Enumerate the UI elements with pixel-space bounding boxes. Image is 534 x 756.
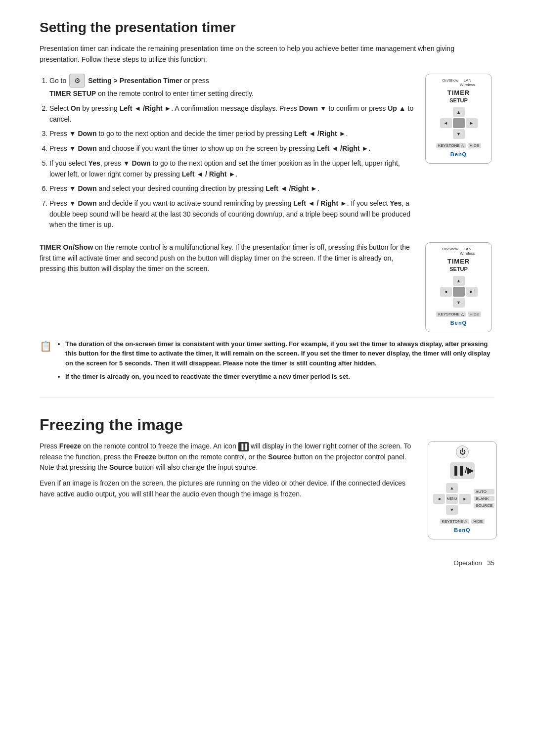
remote-bottom-row-2: KEYSTONE △ HIDE xyxy=(436,311,481,317)
freeze-remote-middle: ▲ ◄ MENU ► ▼ AUTO BLANK SOURCE xyxy=(433,483,494,515)
remote-bottom-row-1: KEYSTONE △ HIDE xyxy=(436,143,481,148)
fdpad-left: ◄ xyxy=(433,494,445,504)
remote-timer-label-2: TIMER xyxy=(447,258,470,265)
power-button: ⏻ xyxy=(456,445,469,458)
page-title: Setting the presentation timer xyxy=(40,20,494,36)
keystone-btn-3: KEYSTONE △ xyxy=(440,519,470,524)
fdpad-down: ▼ xyxy=(446,505,458,515)
dpad2-up: ▲ xyxy=(453,276,465,286)
remote-setup-label: SETUP xyxy=(449,97,468,103)
step-1: Go to ⚙ Setting > Presentation Timer or … xyxy=(49,74,415,99)
remote-power-row: ⏻ xyxy=(456,445,469,458)
note-bullet-1: The duration of the on-screen timer is c… xyxy=(65,339,494,368)
step-2: Select On by pressing Left ◄ /Right ►. A… xyxy=(49,103,415,125)
fdpad-right: ► xyxy=(459,494,471,504)
freeze-side-btns: AUTO BLANK SOURCE xyxy=(474,489,494,508)
footer-page: 35 xyxy=(488,559,494,567)
dpad2-left: ◄ xyxy=(440,287,452,297)
remote-setup-label-2: SETUP xyxy=(449,266,468,272)
dpad2-right: ► xyxy=(466,287,478,297)
remote-control-image-2: On/Show LANWireless TIMER SETUP ▲ ◄ ► ▼ xyxy=(425,242,494,332)
remote-timer-label: TIMER xyxy=(447,89,470,96)
hide-btn-2: HIDE xyxy=(468,311,481,317)
freeze-text: Press Freeze on the remote control to fr… xyxy=(40,441,418,504)
dpad-left: ◄ xyxy=(440,118,452,128)
dpad2-down: ▼ xyxy=(453,298,465,308)
auto-btn: AUTO xyxy=(474,489,494,494)
dpad2-center xyxy=(453,287,465,297)
page-footer: Operation 35 xyxy=(40,559,494,567)
benq-logo-2: BenQ xyxy=(450,320,467,326)
benq-logo-3: BenQ xyxy=(454,527,470,533)
timer-onshow-section: TIMER On/Show on the remote control is a… xyxy=(40,242,494,386)
steps-area: Go to ⚙ Setting > Presentation Timer or … xyxy=(40,74,494,234)
source-btn: SOURCE xyxy=(474,503,494,508)
dpad-down: ▼ xyxy=(453,129,465,139)
benq-logo-1: BenQ xyxy=(450,151,467,157)
remote-top-labels: On/Show LANWireless xyxy=(442,78,475,87)
step-7: Press ▼ Down and decide if you want to a… xyxy=(49,198,415,230)
play-pause-button: ▐▐ /▶ xyxy=(450,462,475,479)
dpad-center xyxy=(453,118,465,128)
hide-btn-3: HIDE xyxy=(471,519,485,524)
hide-btn: HIDE xyxy=(468,143,481,148)
remote-dpad-2: ▲ ◄ ► ▼ xyxy=(440,276,478,308)
dpad-right: ► xyxy=(466,118,478,128)
remote-control-image-3: ⏻ ▐▐ /▶ ▲ ◄ MENU ► ▼ AUTO BLANK xyxy=(428,441,494,539)
steps-list: Go to ⚙ Setting > Presentation Timer or … xyxy=(40,74,415,234)
footer-label: Operation xyxy=(454,559,482,567)
timer-onshow-text: TIMER On/Show on the remote control is a… xyxy=(40,242,415,279)
remote-dpad-1: ▲ ◄ ► ▼ xyxy=(440,107,478,139)
blank-btn: BLANK xyxy=(474,496,494,501)
section-divider xyxy=(40,398,494,398)
remote-control-image-1: On/Show LANWireless TIMER SETUP ▲ ◄ ► ▼ … xyxy=(425,74,494,164)
step-6: Press ▼ Down and select your desired cou… xyxy=(49,183,415,194)
step1-timersetup: TIMER SETUP on the remote control to ent… xyxy=(49,89,254,97)
note-bullet-2: If the timer is already on, you need to … xyxy=(65,372,494,382)
go-to-text: Go to xyxy=(49,76,66,87)
fdpad-menu: MENU xyxy=(446,494,458,504)
keystone-btn-2: KEYSTONE △ xyxy=(436,311,466,317)
dpad-up: ▲ xyxy=(453,107,465,117)
note-text: The duration of the on-screen timer is c… xyxy=(55,339,494,386)
keystone-btn: KEYSTONE △ xyxy=(436,143,466,148)
note-box: 📋 The duration of the on-screen timer is… xyxy=(40,339,494,386)
step-5: If you select Yes, press ▼ Down to go to… xyxy=(49,158,415,179)
freeze-dpad: ▲ ◄ MENU ► ▼ xyxy=(433,483,471,515)
freeze-section: Press Freeze on the remote control to fr… xyxy=(40,441,494,539)
note-icon: 📋 xyxy=(40,340,50,352)
fdpad-up: ▲ xyxy=(446,483,458,493)
intro-paragraph: Presentation timer can indicate the rema… xyxy=(40,44,494,65)
step-3: Press ▼ Down to go to the next option an… xyxy=(49,129,415,139)
setting-icon: ⚙ xyxy=(69,74,85,88)
step-4: Press ▼ Down and choose if you want the … xyxy=(49,143,415,154)
freeze-bottom-row: KEYSTONE △ HIDE xyxy=(440,519,485,524)
remote-top-labels-2: On/Show LANWireless xyxy=(442,247,475,256)
pause-icon: ▐▐ xyxy=(238,442,249,451)
step1-text: Setting > Presentation Timer or press xyxy=(88,76,209,87)
freeze-title: Freezing the image xyxy=(40,416,494,434)
